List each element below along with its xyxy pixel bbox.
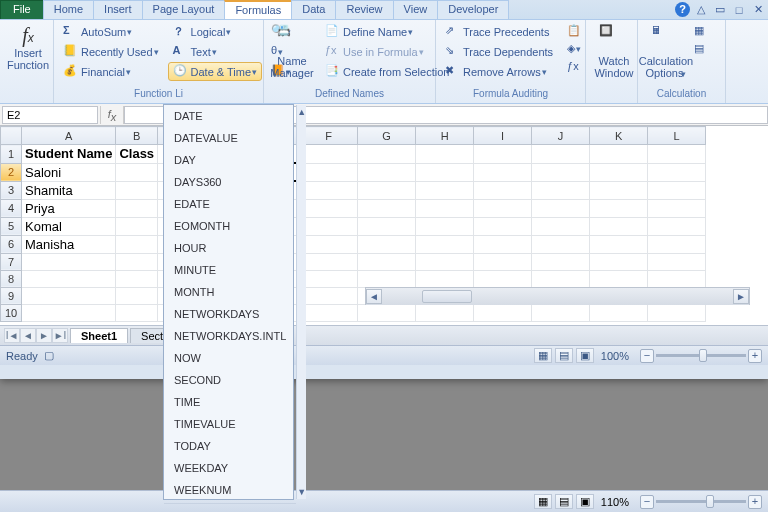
cell-I3[interactable] — [474, 181, 532, 199]
row-header-3[interactable]: 3 — [1, 181, 22, 199]
cell-B6[interactable] — [116, 235, 158, 253]
scroll-down-icon[interactable]: ▼ — [297, 487, 306, 497]
cell-F9[interactable] — [300, 287, 358, 304]
cell-K3[interactable] — [590, 181, 648, 199]
fx-button[interactable]: fx — [100, 106, 124, 124]
calc-now-button[interactable]: ▦ — [692, 22, 706, 39]
dd-item-now[interactable]: NOW — [164, 347, 296, 369]
cell-A6[interactable]: Manisha — [22, 235, 116, 253]
minimize-icon[interactable]: ▭ — [712, 3, 728, 17]
cell-J7[interactable] — [532, 253, 590, 270]
cell-F3[interactable] — [300, 181, 358, 199]
horiz-scrollbar[interactable]: ◄ ► — [365, 287, 750, 305]
restore-icon[interactable]: □ — [731, 3, 747, 17]
col-header-F[interactable]: F — [300, 127, 358, 145]
cell-G3[interactable] — [358, 181, 416, 199]
cell-H2[interactable] — [416, 163, 474, 181]
row-header-6[interactable]: 6 — [1, 235, 22, 253]
dd-item-weekday[interactable]: WEEKDAY — [164, 457, 296, 479]
dd-item-hour[interactable]: HOUR — [164, 237, 296, 259]
col-header-J[interactable]: J — [532, 127, 590, 145]
show-formulas-button[interactable]: 📋 — [562, 22, 580, 39]
text-button[interactable]: Text▾ — [168, 42, 263, 61]
cell-H7[interactable] — [416, 253, 474, 270]
dd-insert-function[interactable]: fxInsert Function... — [164, 506, 296, 512]
zoom-slider[interactable]: − + — [640, 495, 762, 509]
tab-formulas[interactable]: Formulas — [224, 0, 292, 19]
cell-A4[interactable]: Priya — [22, 199, 116, 217]
tab-review[interactable]: Review — [335, 0, 393, 19]
cell-B9[interactable] — [116, 287, 158, 304]
watch-window-button[interactable]: 🔲 WatchWindow — [590, 22, 638, 81]
recently-used-button[interactable]: Recently Used▾ — [58, 42, 164, 61]
dd-item-datevalue[interactable]: DATEVALUE — [164, 127, 296, 149]
cell-K2[interactable] — [590, 163, 648, 181]
minimize-ribbon-icon[interactable]: △ — [693, 3, 709, 17]
cell-I7[interactable] — [474, 253, 532, 270]
cell-F2[interactable] — [300, 163, 358, 181]
dd-item-networkdays-intl[interactable]: NETWORKDAYS.INTL — [164, 325, 296, 347]
cell-G8[interactable] — [358, 270, 416, 287]
normal-view-button[interactable]: ▦ — [534, 494, 552, 509]
autosum-button[interactable]: AutoSum▾ — [58, 22, 164, 41]
cell-F1[interactable] — [300, 145, 358, 164]
financial-button[interactable]: Financial▾ — [58, 62, 164, 81]
cell-F10[interactable] — [300, 304, 358, 321]
name-manager-button[interactable]: 📇 NameManager — [268, 22, 316, 81]
normal-view-button[interactable]: ▦ — [534, 348, 552, 363]
page-break-view-button[interactable]: ▣ — [576, 348, 594, 363]
col-header-H[interactable]: H — [416, 127, 474, 145]
cell-L6[interactable] — [648, 235, 706, 253]
tab-data[interactable]: Data — [291, 0, 336, 19]
cell-A7[interactable] — [22, 253, 116, 270]
calculation-options-button[interactable]: 🖩 CalculationOptions▾ — [642, 22, 690, 81]
zoom-level[interactable]: 100% — [601, 350, 629, 362]
cell-A2[interactable]: Saloni — [22, 163, 116, 181]
dd-item-eomonth[interactable]: EOMONTH — [164, 215, 296, 237]
cell-I10[interactable] — [474, 304, 532, 321]
cell-I5[interactable] — [474, 217, 532, 235]
scroll-up-icon[interactable]: ▲ — [297, 107, 306, 117]
cell-G4[interactable] — [358, 199, 416, 217]
cell-A3[interactable]: Shamita — [22, 181, 116, 199]
cell-J5[interactable] — [532, 217, 590, 235]
zoom-in-button[interactable]: + — [748, 349, 762, 363]
cell-A1[interactable]: Student Name — [22, 145, 116, 164]
cell-H10[interactable] — [416, 304, 474, 321]
cell-A5[interactable]: Komal — [22, 217, 116, 235]
create-from-selection-button[interactable]: 📑Create from Selection — [320, 62, 454, 81]
name-box[interactable] — [2, 106, 98, 124]
cell-I4[interactable] — [474, 199, 532, 217]
dd-item-date[interactable]: DATE — [164, 105, 296, 127]
cell-G10[interactable] — [358, 304, 416, 321]
insert-function-button[interactable]: fx Insert Function — [4, 22, 52, 73]
col-header-B[interactable]: B — [116, 127, 158, 145]
cell-L5[interactable] — [648, 217, 706, 235]
cell-A9[interactable] — [22, 287, 116, 304]
cell-K4[interactable] — [590, 199, 648, 217]
cell-L2[interactable] — [648, 163, 706, 181]
col-header-L[interactable]: L — [648, 127, 706, 145]
cell-I8[interactable] — [474, 270, 532, 287]
cell-K1[interactable] — [590, 145, 648, 164]
trace-dependents-button[interactable]: ⇘Trace Dependents — [440, 42, 558, 61]
cell-L4[interactable] — [648, 199, 706, 217]
dd-item-day[interactable]: DAY — [164, 149, 296, 171]
zoom-in-button[interactable]: + — [748, 495, 762, 509]
row-header-9[interactable]: 9 — [1, 287, 22, 304]
cell-I6[interactable] — [474, 235, 532, 253]
cell-J1[interactable] — [532, 145, 590, 164]
calc-sheet-button[interactable]: ▤ — [692, 40, 706, 57]
cell-L8[interactable] — [648, 270, 706, 287]
dd-item-today[interactable]: TODAY — [164, 435, 296, 457]
next-sheet-button[interactable]: ► — [36, 328, 52, 343]
dd-item-timevalue[interactable]: TIMEVALUE — [164, 413, 296, 435]
scroll-right-icon[interactable]: ► — [733, 289, 749, 304]
cell-K5[interactable] — [590, 217, 648, 235]
cell-F8[interactable] — [300, 270, 358, 287]
zoom-level[interactable]: 110% — [601, 496, 629, 508]
zoom-out-button[interactable]: − — [640, 495, 654, 509]
cell-H6[interactable] — [416, 235, 474, 253]
dd-item-edate[interactable]: EDATE — [164, 193, 296, 215]
tab-page-layout[interactable]: Page Layout — [142, 0, 226, 19]
